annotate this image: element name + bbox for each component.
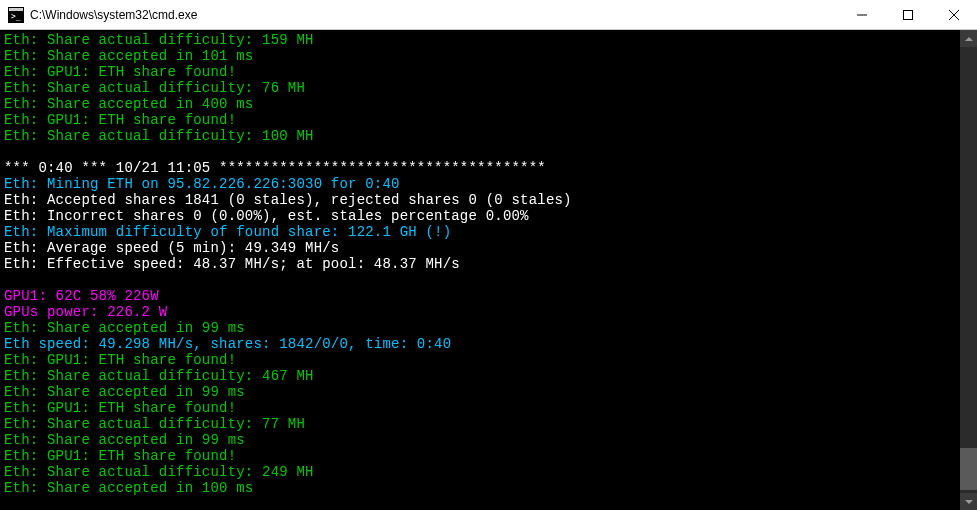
- window-controls: [839, 0, 977, 29]
- terminal-line: Eth: GPU1: ETH share found!: [4, 400, 977, 416]
- svg-rect-1: [9, 8, 23, 11]
- terminal-line: Eth speed: 49.298 MH/s, shares: 1842/0/0…: [4, 336, 977, 352]
- terminal-line: *** 0:40 *** 10/21 11:05 ***************…: [4, 160, 977, 176]
- scroll-up-arrow[interactable]: [960, 30, 977, 47]
- terminal-line: Eth: Share actual difficulty: 159 MH: [4, 32, 977, 48]
- terminal-blank-line: [4, 272, 977, 288]
- terminal-line: Eth: Share accepted in 101 ms: [4, 48, 977, 64]
- scrollbar-thumb[interactable]: [960, 448, 977, 490]
- terminal-line: Eth: GPU1: ETH share found!: [4, 352, 977, 368]
- terminal-line: Eth: Share accepted in 99 ms: [4, 320, 977, 336]
- terminal-line: Eth: Share actual difficulty: 249 MH: [4, 464, 977, 480]
- terminal-output[interactable]: Eth: Share actual difficulty: 159 MHEth:…: [0, 30, 977, 510]
- terminal-line: Eth: Incorrect shares 0 (0.00%), est. st…: [4, 208, 977, 224]
- terminal-line: Eth: Average speed (5 min): 49.349 MH/s: [4, 240, 977, 256]
- scroll-down-arrow[interactable]: [960, 493, 977, 510]
- svg-text:>_: >_: [11, 12, 21, 21]
- maximize-button[interactable]: [885, 0, 931, 29]
- svg-rect-4: [904, 10, 913, 19]
- terminal-line: GPU1: 62C 58% 226W: [4, 288, 977, 304]
- window-titlebar: >_ C:\Windows\system32\cmd.exe: [0, 0, 977, 30]
- terminal-line: Eth: Maximum difficulty of found share: …: [4, 224, 977, 240]
- terminal-blank-line: [4, 144, 977, 160]
- terminal-line: Eth: Share actual difficulty: 100 MH: [4, 128, 977, 144]
- terminal-line: Eth: GPU1: ETH share found!: [4, 64, 977, 80]
- svg-marker-7: [965, 37, 973, 41]
- svg-marker-8: [965, 500, 973, 504]
- terminal-line: Eth: GPU1: ETH share found!: [4, 448, 977, 464]
- terminal-line: Eth: Share accepted in 100 ms: [4, 480, 977, 496]
- scrollbar[interactable]: [960, 30, 977, 510]
- terminal-line: Eth: Effective speed: 48.37 MH/s; at poo…: [4, 256, 977, 272]
- terminal-line: Eth: Share accepted in 99 ms: [4, 384, 977, 400]
- terminal-line: Eth: Mining ETH on 95.82.226.226:3030 fo…: [4, 176, 977, 192]
- terminal-line: Eth: Share actual difficulty: 77 MH: [4, 416, 977, 432]
- terminal-line: GPUs power: 226.2 W: [4, 304, 977, 320]
- window-title: C:\Windows\system32\cmd.exe: [30, 8, 839, 22]
- terminal-line: Eth: Share accepted in 400 ms: [4, 96, 977, 112]
- cmd-icon: >_: [8, 7, 24, 23]
- terminal-line: Eth: Accepted shares 1841 (0 stales), re…: [4, 192, 977, 208]
- terminal-line: Eth: Share accepted in 99 ms: [4, 432, 977, 448]
- close-button[interactable]: [931, 0, 977, 29]
- minimize-button[interactable]: [839, 0, 885, 29]
- terminal-line: Eth: Share actual difficulty: 467 MH: [4, 368, 977, 384]
- terminal-line: Eth: GPU1: ETH share found!: [4, 112, 977, 128]
- terminal-line: Eth: Share actual difficulty: 76 MH: [4, 80, 977, 96]
